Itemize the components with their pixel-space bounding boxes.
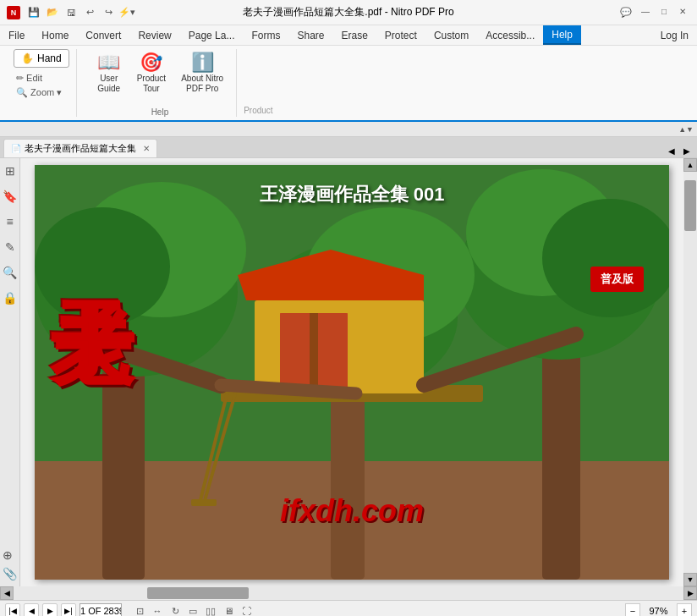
sidebar-bookmarks[interactable]: 🔖 [0, 187, 19, 206]
quick-access-toolbar: 💾 📂 🖫 ↩ ↪ ⚡▾ [25, 4, 135, 21]
menu-convert[interactable]: Convert [77, 25, 129, 45]
comic-title-top: 王泽漫画作品全集 001 [35, 182, 669, 207]
tab-label: 老夫子漫画作品短篇大全集 [25, 142, 136, 155]
tab-scroll-left[interactable]: ◀ [665, 145, 678, 157]
sidebar-layers[interactable]: ≡ [3, 212, 15, 231]
zoom-in-button[interactable]: + [677, 603, 692, 616]
menu-home[interactable]: Home [33, 25, 77, 45]
right-scrollbar: ▲ ▼ [683, 158, 697, 586]
hand-button[interactable]: ✋ Hand [14, 49, 69, 68]
fit-page-icon[interactable]: ⊡ [132, 603, 147, 616]
scroll-up-button[interactable]: ▲ [683, 158, 697, 172]
menu-login[interactable]: Log In [652, 25, 697, 45]
about-label: About NitroPDF Pro [181, 74, 223, 94]
svg-rect-18 [318, 313, 348, 389]
app-icon: N [7, 6, 20, 19]
menu-file[interactable]: File [0, 25, 33, 45]
scroll-left-button[interactable]: ◀ [0, 586, 14, 600]
bottom-toolbar-icons: ⊡ ↔ ↻ ▭ ▯▯ 🖥 ⛶ [132, 603, 254, 616]
edit-button[interactable]: ✏ Edit [14, 72, 69, 85]
horizontal-scrollbar: ◀ ▶ [0, 586, 697, 600]
pdf-icon: 📄 [11, 144, 21, 153]
scroll-down-button[interactable]: ▼ [683, 573, 697, 586]
ribbon-help-buttons: 📖 UserGuide 🎯 ProductTour ℹ️ About Nitro… [91, 49, 230, 102]
user-guide-button[interactable]: 📖 UserGuide [91, 49, 128, 98]
help-group-label: Help [151, 104, 169, 117]
sidebar-bottom-icons: ⊕ 📎 [0, 546, 19, 583]
quick-action-icon[interactable]: ⚡▾ [118, 4, 135, 21]
scroll-thumb[interactable] [684, 180, 696, 231]
svg-line-24 [221, 385, 356, 393]
sidebar-bottom-2[interactable]: 📎 [0, 564, 19, 583]
about-icon: ℹ️ [191, 53, 214, 72]
zoom-button[interactable]: 🔍 Zoom ▾ [14, 86, 69, 99]
product-tour-button[interactable]: 🎯 ProductTour [131, 49, 172, 98]
page-with-scrollbar: 王泽漫画作品全集 001 老夫子 普及版 ifxdh.com ▲ ▼ [20, 158, 697, 586]
menu-custom[interactable]: Custom [425, 25, 477, 45]
close-button[interactable]: ✕ [675, 4, 690, 19]
single-page-icon[interactable]: ▭ [185, 603, 200, 616]
next-page-button[interactable]: ▶| [61, 603, 76, 616]
title-bar-left: N 💾 📂 🖫 ↩ ↪ ⚡▾ [7, 4, 135, 21]
minimize-button[interactable]: — [638, 4, 653, 19]
menu-help[interactable]: Help [543, 25, 581, 45]
maximize-button[interactable]: □ [656, 4, 672, 19]
zoom-level: 97% [644, 606, 673, 616]
ribbon-scroll-down[interactable]: ▼ [686, 125, 694, 134]
sidebar-lock[interactable]: 🔒 [0, 289, 19, 307]
monitor-icon[interactable]: 🖥 [221, 603, 236, 616]
sidebar-thumbnails[interactable]: ⊞ [3, 162, 18, 180]
first-page-button[interactable]: |◀ [5, 603, 20, 616]
tab-scroll-right[interactable]: ▶ [680, 145, 694, 157]
scroll-track[interactable] [683, 172, 697, 573]
close-tab-button[interactable]: ✕ [143, 144, 150, 153]
h-scroll-track[interactable] [14, 586, 683, 600]
svg-point-7 [35, 207, 170, 326]
chat-icon[interactable]: 💬 [617, 4, 634, 21]
red-badge: 普及版 [590, 267, 644, 292]
left-sidebar: ⊞ 🔖 ≡ ✎ 🔍 🔒 ⊕ 📎 [0, 158, 20, 586]
sidebar-bottom-1[interactable]: ⊕ [0, 546, 19, 564]
prev-page-button[interactable]: ◀ [24, 603, 39, 616]
redo-icon[interactable]: ↪ [100, 4, 117, 21]
tab-scroll-controls: ◀ ▶ [665, 145, 694, 157]
zoom-controls: − 97% + [625, 603, 692, 616]
rotate-icon[interactable]: ↻ [167, 603, 183, 616]
menu-share[interactable]: Share [288, 25, 332, 45]
scroll-right-button[interactable]: ▶ [683, 586, 697, 600]
fullscreen-icon[interactable]: ⛶ [239, 603, 254, 616]
menu-forms[interactable]: Forms [243, 25, 288, 45]
title-bar: N 💾 📂 🖫 ↩ ↪ ⚡▾ 老夫子漫画作品短篇大全集.pdf - Nitro … [0, 0, 697, 25]
zoom-out-button[interactable]: − [625, 603, 640, 616]
h-scroll-thumb[interactable] [147, 587, 249, 599]
tab-bar: 📄 老夫子漫画作品短篇大全集 ✕ ◀ ▶ [0, 137, 697, 158]
menu-review[interactable]: Review [129, 25, 179, 45]
menu-bar: File Home Convert Review Page La... Form… [0, 25, 697, 46]
user-guide-label: UserGuide [97, 74, 120, 94]
menu-accessibility[interactable]: Accessib... [477, 25, 543, 45]
bottom-toolbar: |◀ ◀ ▶ ▶| ⊡ ↔ ↻ ▭ ▯▯ 🖥 ⛶ − 97% + [0, 600, 697, 616]
menu-page-layout[interactable]: Page La... [180, 25, 244, 45]
play-button[interactable]: ▶ [42, 603, 58, 616]
about-button[interactable]: ℹ️ About NitroPDF Pro [175, 49, 229, 98]
ribbon-group-tools: ✋ Hand ✏ Edit 🔍 Zoom ▾ [7, 49, 77, 117]
open-icon[interactable]: 📂 [44, 4, 61, 21]
ribbon-scroll-up[interactable]: ▲ [678, 125, 686, 134]
save-icon[interactable]: 💾 [25, 4, 42, 21]
undo-icon[interactable]: ↩ [81, 4, 98, 21]
product-tour-icon: 🎯 [140, 53, 162, 72]
menu-protect[interactable]: Protect [376, 25, 425, 45]
comic-cover: 王泽漫画作品全集 001 老夫子 普及版 ifxdh.com [35, 165, 669, 580]
doc-wrapper: 📄 老夫子漫画作品短篇大全集 ✕ ◀ ▶ ⊞ 🔖 ≡ ✎ 🔍 🔒 ⊕ 📎 [0, 137, 697, 616]
print-icon[interactable]: 🖫 [63, 4, 80, 21]
fit-width-icon[interactable]: ↔ [150, 603, 165, 616]
document-tab[interactable]: 📄 老夫子漫画作品短篇大全集 ✕ [3, 139, 157, 157]
page-input[interactable] [80, 603, 122, 616]
sidebar-search[interactable]: 🔍 [0, 263, 19, 282]
sidebar-annotations[interactable]: ✎ [3, 238, 18, 256]
comic-watermark: ifxdh.com [35, 493, 669, 529]
two-page-icon[interactable]: ▯▯ [203, 603, 218, 616]
ribbon: ✋ Hand ✏ Edit 🔍 Zoom ▾ 📖 UserGuide 🎯 Pro… [0, 46, 697, 122]
menu-erase[interactable]: Erase [333, 25, 376, 45]
svg-rect-4 [331, 377, 365, 580]
